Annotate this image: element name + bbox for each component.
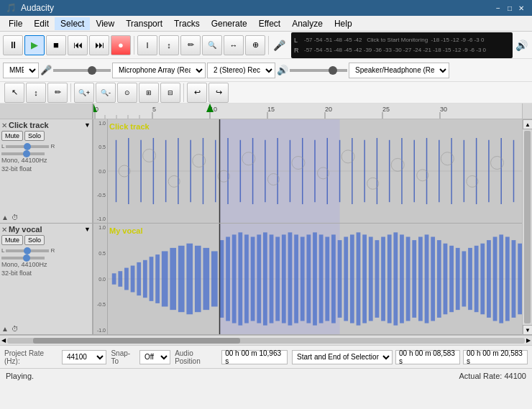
input-device-select[interactable]: Microphone Array (Realtek [112,63,206,78]
vocal-solo-button[interactable]: Solo [24,235,45,245]
zoom-fit-v-button[interactable]: ⊟ [160,83,180,103]
menu-transport[interactable]: Transport [120,17,168,30]
vocal-pan-slider[interactable] [6,249,49,252]
output-meter-icon: 🔊 [515,40,528,51]
svg-rect-92 [226,236,230,321]
horizontal-scrollbar[interactable]: ◀ ▶ [0,335,532,345]
menu-select[interactable]: Select [55,17,90,30]
scroll-thumb-h[interactable] [33,338,240,344]
app-icon: 🎵 [6,3,17,13]
svg-rect-128 [449,246,454,312]
tool-envelope[interactable]: ↕ [159,35,179,55]
menu-help[interactable]: Help [329,17,358,30]
project-rate-select[interactable]: 44100 [62,350,106,364]
tool-zoom[interactable]: 🔍 [202,35,222,55]
mute-button[interactable]: Mute [1,131,23,141]
pan-slider[interactable] [6,145,49,148]
svg-rect-91 [220,240,224,318]
undo-button[interactable]: ↩ [187,83,207,103]
timeline-ruler[interactable]: 0 5 10 15 20 25 30 [0,104,532,119]
scroll-thumb[interactable] [524,131,531,323]
stop-button[interactable]: ■ [46,35,66,55]
output-device-select[interactable]: Speaker/Headphone (Realte [349,63,449,78]
svg-rect-127 [444,244,448,315]
play-button[interactable]: ▶ [24,35,45,55]
track-info1: Mono, 44100Hz [1,157,91,164]
project-rate-label: Project Rate (Hz): [4,349,59,365]
click-track-waveform[interactable]: 1.0 0.5 0.0 -0.5 -1.0 [93,119,522,223]
vocal-track-header: ✕ My vocal ▼ Mute Solo L R Mono, 44100Hz… [0,224,93,334]
audio-position-value[interactable]: 00 h 00 m 10,963 s [221,350,288,364]
menu-analyze[interactable]: Analyze [286,17,329,30]
statusbar: Project Rate (Hz): 44100 Snap-To Off Aud… [0,345,532,368]
svg-rect-99 [270,234,274,323]
tool-timeshift[interactable]: ↔ [224,35,244,55]
minimize-button[interactable]: − [493,3,503,13]
track-dropdown-btn[interactable]: ▼ [84,121,91,129]
svg-rect-83 [155,254,160,303]
scroll-up-btn[interactable]: ▲ [523,119,532,129]
vertical-scrollbar[interactable]: ▲ ▼ [522,119,532,335]
vu-row-r: R -57 -54 -51 -48 -45 -42 -39 -36 -33 -3… [294,45,510,55]
gain-slider[interactable] [1,152,45,155]
vocal-collapse-icon[interactable]: ▲ [1,325,9,333]
tool-ibeam[interactable]: I [137,35,157,55]
close-button[interactable]: ✕ [516,3,526,13]
input-volume-slider[interactable] [53,69,111,72]
output-volume-slider[interactable] [290,69,347,72]
tool-pencil[interactable]: ✏ [47,83,68,103]
zoom-fit-button[interactable]: ⊞ [139,83,159,103]
svg-rect-94 [238,232,242,325]
svg-rect-90 [211,252,218,307]
collapse-icon[interactable]: ▲ [1,213,9,221]
svg-rect-109 [331,234,336,323]
record-button[interactable]: ● [111,35,131,55]
solo-button[interactable]: Solo [24,131,45,141]
menu-view[interactable]: View [90,17,120,30]
separator3 [70,83,71,102]
vocal-dropdown-btn[interactable]: ▼ [84,226,91,233]
vocal-gain-slider[interactable] [1,257,45,259]
zoom-in-button[interactable]: 🔍+ [74,83,94,103]
vocal-close-btn[interactable]: ✕ [1,226,7,234]
scroll-left-btn[interactable]: ◀ [1,337,6,344]
track-name-row: ✕ Click track ▼ [1,121,91,129]
actual-rate: Actual Rate: 44100 [459,372,526,380]
track-close-btn[interactable]: ✕ [1,121,7,129]
skip-end-button[interactable]: ⏭ [89,35,109,55]
menu-generate[interactable]: Generate [206,17,253,30]
vu-meter-area[interactable]: L -57 -54 -51 -48 -45 -42 Click to Start… [291,32,513,58]
svg-rect-121 [406,236,411,321]
host-select[interactable]: MME [3,63,39,78]
channel-select[interactable]: 2 (Stereo) Recor [207,63,275,78]
scroll-down-btn[interactable]: ▼ [523,325,532,335]
vocal-mute-button[interactable]: Mute [1,235,23,245]
selection-start-value[interactable]: 00 h 00 m 08,583 s [395,350,460,364]
menu-file[interactable]: File [3,17,28,30]
menu-effect[interactable]: Effect [253,17,286,30]
menu-tracks[interactable]: Tracks [168,17,206,30]
zoom-sel-button[interactable]: ⊙ [117,83,137,103]
tool-draw[interactable]: ✏ [180,35,201,55]
scroll-track[interactable] [7,338,525,344]
menu-edit[interactable]: Edit [28,17,55,30]
clock-icon[interactable]: ⏱ [12,213,19,221]
tool-multi[interactable]: ⊕ [245,35,265,55]
vocal-clock-icon[interactable]: ⏱ [12,325,19,333]
zoom-out-button[interactable]: 🔍- [96,83,116,103]
snap-to-select[interactable]: Off [139,350,170,364]
pause-button[interactable]: ⏸ [3,35,23,55]
selection-type-select[interactable]: Start and End of Selection [292,350,393,364]
scroll-right-btn[interactable]: ▶ [526,337,531,344]
tool-envelope2[interactable]: ↕ [26,83,46,103]
vocal-waveform[interactable]: 1.0 0.5 0.0 -0.5 -1.0 [93,224,522,334]
maximize-button[interactable]: □ [505,3,515,13]
transport-toolbar: ⏸ ▶ ■ ⏮ ⏭ ● I ↕ ✏ 🔍 ↔ ⊕ 🎤 L -57 -54 -51 … [0,32,532,59]
selection-end-value[interactable]: 00 h 00 m 20,583 s [463,350,528,364]
redo-button[interactable]: ↪ [208,83,229,103]
tool-select-region[interactable]: ↖ [4,83,24,103]
svg-rect-88 [195,246,201,312]
skip-start-button[interactable]: ⏮ [68,35,88,55]
speaker-icon: 🔊 [277,65,288,75]
lr-r: R [50,143,55,150]
